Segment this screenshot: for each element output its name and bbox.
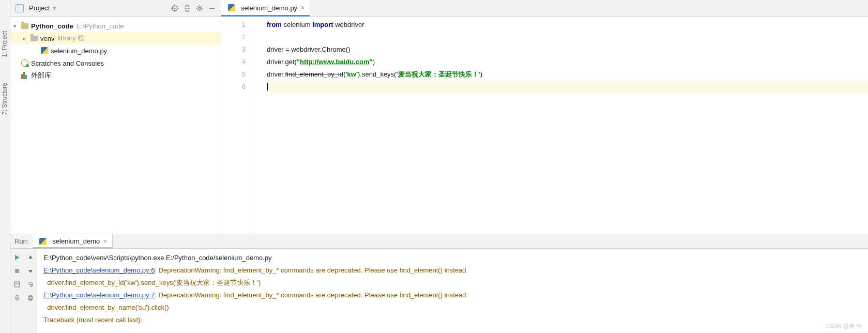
python-file-icon (39, 237, 47, 246)
left-toolwindow-strip: 1: Project 7: Structure (0, 0, 10, 333)
project-tree[interactable]: ▾ Python_code E:\Python_code ▸ venv libr… (10, 17, 221, 234)
code-area[interactable]: from selenium import webdriver driver = … (252, 17, 868, 234)
external-libs-label: 外部库 (31, 71, 51, 80)
project-panel-header: Project ▾ (10, 0, 221, 17)
root-path: E:\Python_code (77, 22, 124, 30)
editor-tab[interactable]: selenium_demo.py × (221, 0, 310, 16)
run-panel-header: Run: selenium_demo × (10, 234, 868, 249)
project-view-dropdown-icon[interactable]: ▾ (53, 4, 56, 12)
tab-label: selenium_demo.py (241, 4, 297, 12)
soft-wrap-icon[interactable] (24, 278, 37, 291)
python-file-icon (227, 4, 236, 12)
locate-icon[interactable] (170, 4, 179, 13)
scratches-node[interactable]: Scratches and Consoles (10, 57, 221, 69)
editor-panel: selenium_demo.py × 1 2 3 4 5 6 from sele… (221, 0, 868, 234)
console-output[interactable]: E:\Python_code\venv\Scripts\python.exe E… (37, 249, 868, 333)
project-tool-tab[interactable]: 1: Project (1, 31, 8, 57)
rerun-icon[interactable] (10, 251, 24, 264)
run-label: Run: (10, 237, 33, 245)
expand-arrow-icon[interactable]: ▸ (23, 35, 29, 42)
console-line: driver.find_element_by_name('su').click(… (43, 301, 862, 314)
expand-arrow-icon[interactable]: ▾ (13, 23, 20, 29)
editor-body[interactable]: 1 2 3 4 5 6 from selenium import webdriv… (221, 17, 868, 234)
console-line: E:\Python_code\venv\Scripts\python.exe E… (43, 252, 862, 264)
run-toolbar (10, 249, 37, 333)
pin-icon[interactable] (10, 291, 24, 305)
svg-marker-9 (15, 255, 20, 260)
close-tab-icon[interactable]: × (300, 4, 304, 12)
folder-icon (30, 34, 38, 42)
editor-caret (267, 83, 270, 90)
structure-tool-tab[interactable]: 7: Structure (1, 83, 8, 115)
venv-node[interactable]: ▸ venv library 根 (10, 32, 221, 44)
hide-panel-icon[interactable] (207, 4, 217, 13)
python-file-node[interactable]: selenium_demo.py (10, 44, 221, 57)
python-file-icon (40, 47, 49, 55)
project-panel: Project ▾ ▾ Python_code E:\Python_code ▸… (10, 0, 221, 234)
svg-rect-11 (14, 282, 20, 287)
layout-icon[interactable] (10, 278, 24, 291)
editor-tabs: selenium_demo.py × (221, 0, 868, 17)
expand-all-icon[interactable] (182, 4, 192, 13)
console-line: driver.find_element_by_id('kw').send_key… (43, 277, 862, 289)
console-line: E:\Python_code\selenium_demo.py:6: Depre… (43, 264, 862, 277)
console-line: E:\Python_code\selenium_demo.py:7: Depre… (43, 289, 862, 301)
svg-rect-10 (15, 269, 19, 273)
folder-icon (21, 22, 29, 30)
root-label: Python_code (31, 22, 73, 30)
console-line: Traceback (most recent call last): (43, 314, 862, 326)
scroll-to-top-icon[interactable] (24, 251, 37, 264)
external-libs-node[interactable]: 外部库 (10, 69, 221, 82)
scroll-to-bottom-icon[interactable] (24, 264, 37, 278)
run-tab-label: selenium_demo (52, 237, 100, 245)
external-libs-icon (21, 71, 29, 80)
venv-label: venv (40, 35, 54, 42)
file-link[interactable]: E:\Python_code\selenium_demo.py:6 (43, 266, 155, 274)
run-tab[interactable]: selenium_demo × (33, 234, 112, 249)
settings-icon[interactable] (195, 4, 204, 13)
run-panel: Run: selenium_demo × E:\Python_code\venv… (10, 234, 868, 333)
svg-point-1 (174, 7, 176, 9)
project-view-icon (16, 4, 24, 12)
print-icon[interactable] (24, 291, 37, 305)
venv-hint: library 根 (57, 34, 84, 43)
project-root-node[interactable]: ▾ Python_code E:\Python_code (10, 20, 221, 32)
line-number-gutter: 1 2 3 4 5 6 (221, 17, 252, 234)
scratches-label: Scratches and Consoles (31, 59, 104, 67)
svg-rect-14 (29, 295, 32, 297)
scratches-icon (21, 59, 29, 67)
file-link[interactable]: E:\Python_code\selenium_demo.py:7 (43, 291, 155, 299)
project-panel-title: Project (29, 4, 50, 12)
stop-icon[interactable] (10, 264, 24, 278)
watermark: CSDN @麦 当 (826, 322, 862, 330)
svg-point-7 (199, 7, 201, 9)
file-label: selenium_demo.py (51, 47, 107, 55)
close-run-tab-icon[interactable]: × (103, 237, 107, 245)
